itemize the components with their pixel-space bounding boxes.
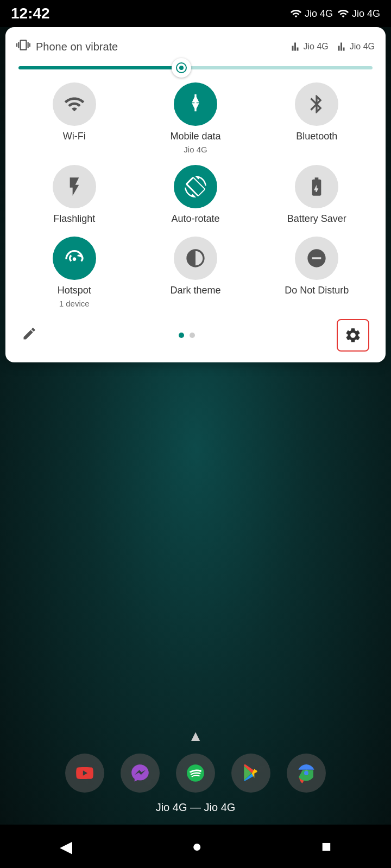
tile-wifi[interactable]: Wi-Fi [16,82,132,154]
signal2-label: Jio 4G [352,8,380,20]
signal2-item: Jio 4G [337,8,380,20]
signal1-item: Jio 4G [290,8,333,20]
tile-bluetooth[interactable]: Bluetooth [259,82,375,154]
tile-dnd[interactable]: Do Not Disturb [259,237,375,308]
chrome-icon[interactable] [287,754,326,793]
quick-settings-panel: Phone on vibrate Jio 4G Jio 4G [5,27,386,362]
tile-dark-theme[interactable]: Dark theme [137,237,253,308]
bluetooth-icon-bg [295,82,338,126]
auto-rotate-label: Auto-rotate [171,213,219,225]
settings-button[interactable] [337,319,369,352]
brightness-slider[interactable] [18,66,373,69]
wifi-label: Wi-Fi [63,130,86,143]
hotspot-icon-bg [53,237,96,280]
qs-signal1: Jio 4G [291,42,329,52]
mobile-data-icon-bg [174,82,217,126]
qs-signal2: Jio 4G [337,42,375,52]
auto-rotate-icon-bg [174,165,217,208]
up-chevron-icon: ▲ [188,727,203,745]
mobile-data-sublabel: Jio 4G [184,145,207,154]
dock-area: ▲ Jio 4G — Jio 4G [0,727,391,814]
play-store-icon[interactable] [231,754,270,793]
qs-signal1-label: Jio 4G [304,42,329,52]
vibrate-info: Phone on vibrate [16,38,118,55]
brightness-thumb[interactable] [172,58,191,78]
status-bar: 12:42 Jio 4G Jio 4G [0,0,391,27]
network-label: Jio 4G — Jio 4G [156,801,236,814]
spotify-icon[interactable] [176,754,215,793]
qs-signal-group: Jio 4G Jio 4G [291,42,375,52]
signal1-label: Jio 4G [305,8,333,20]
back-button[interactable]: ◀ [43,832,89,861]
battery-saver-label: Battery Saver [287,213,346,225]
qs-bottom-bar [16,319,375,352]
svg-point-2 [304,771,308,775]
dark-theme-icon-bg [174,237,217,280]
battery-saver-icon-bg [295,165,338,208]
page-dots [179,333,195,338]
recents-button[interactable]: ■ [305,832,348,861]
vibrate-icon [16,38,30,55]
qs-top-bar: Phone on vibrate Jio 4G Jio 4G [16,38,375,55]
youtube-icon[interactable] [65,754,104,793]
dark-theme-label: Dark theme [170,284,220,297]
dnd-label: Do Not Disturb [285,284,349,297]
tile-battery-saver[interactable]: Battery Saver [259,165,375,225]
status-time: 12:42 [11,5,50,22]
signal1-icon [290,8,302,20]
signal2-icon [337,8,349,20]
flashlight-icon-bg [53,165,96,208]
qs-signal2-label: Jio 4G [350,42,375,52]
vibrate-label: Phone on vibrate [36,41,118,53]
nav-bar: ◀ ● ■ [0,825,391,868]
dnd-icon-bg [295,237,338,280]
flashlight-label: Flashlight [53,213,95,225]
tile-flashlight[interactable]: Flashlight [16,165,132,225]
wifi-icon-bg [53,82,96,126]
hotspot-label: Hotspot [58,284,91,297]
mobile-data-label: Mobile data [170,130,220,143]
dot-2 [190,333,195,338]
qs-tiles-grid: Wi-Fi Mobile data Jio 4G Bluetooth Flash… [16,82,375,308]
bluetooth-label: Bluetooth [296,130,337,143]
brightness-sun-icon [176,62,187,73]
tile-auto-rotate[interactable]: Auto-rotate [137,165,253,225]
edit-button[interactable] [22,326,37,345]
brightness-container[interactable] [16,66,375,69]
messenger-icon[interactable] [121,754,160,793]
status-icons: Jio 4G Jio 4G [290,8,380,20]
home-button[interactable]: ● [175,832,218,861]
dock-icons [65,754,326,793]
tile-mobile-data[interactable]: Mobile data Jio 4G [137,82,253,154]
hotspot-sublabel: 1 device [59,299,90,308]
tile-hotspot[interactable]: Hotspot 1 device [16,237,132,308]
dot-1 [179,333,184,338]
